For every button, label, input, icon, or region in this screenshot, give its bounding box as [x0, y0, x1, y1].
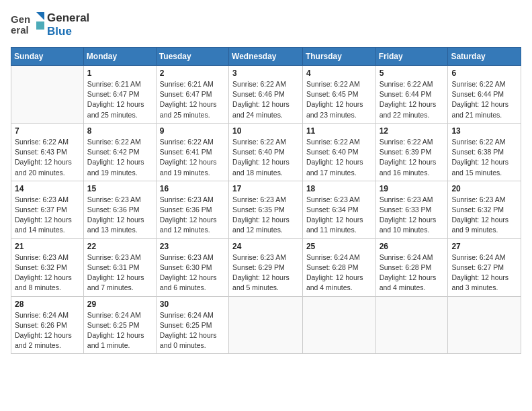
calendar-cell: 17Sunrise: 6:23 AM Sunset: 6:35 PM Dayli…	[229, 181, 303, 238]
day-number: 2	[160, 68, 225, 78]
day-info: Sunrise: 6:23 AM Sunset: 6:29 PM Dayligh…	[232, 253, 299, 293]
day-number: 9	[160, 126, 225, 136]
day-info: Sunrise: 6:24 AM Sunset: 6:25 PM Dayligh…	[160, 310, 225, 351]
calendar-cell: 6Sunrise: 6:22 AM Sunset: 6:44 PM Daylig…	[448, 66, 521, 124]
weekday-header-sunday: Sunday	[11, 48, 84, 66]
calendar-week-row: 28Sunrise: 6:24 AM Sunset: 6:26 PM Dayli…	[11, 296, 521, 354]
day-info: Sunrise: 6:23 AM Sunset: 6:30 PM Dayligh…	[160, 253, 225, 293]
day-info: Sunrise: 6:21 AM Sunset: 6:47 PM Dayligh…	[160, 79, 225, 120]
day-info: Sunrise: 6:23 AM Sunset: 6:32 PM Dayligh…	[451, 195, 517, 236]
calendar-cell: 29Sunrise: 6:24 AM Sunset: 6:25 PM Dayli…	[83, 296, 156, 354]
calendar-cell: 28Sunrise: 6:24 AM Sunset: 6:26 PM Dayli…	[11, 296, 84, 354]
calendar-table: SundayMondayTuesdayWednesdayThursdayFrid…	[11, 47, 521, 354]
svg-text:Gen: Gen	[11, 13, 30, 25]
day-info: Sunrise: 6:23 AM Sunset: 6:33 PM Dayligh…	[380, 195, 445, 236]
day-number: 10	[232, 126, 299, 136]
calendar-cell: 14Sunrise: 6:23 AM Sunset: 6:37 PM Dayli…	[11, 181, 84, 238]
calendar-cell: 12Sunrise: 6:22 AM Sunset: 6:39 PM Dayli…	[375, 123, 448, 181]
day-info: Sunrise: 6:24 AM Sunset: 6:28 PM Dayligh…	[380, 253, 445, 293]
day-number: 15	[87, 184, 152, 193]
day-number: 13	[451, 126, 517, 136]
day-info: Sunrise: 6:23 AM Sunset: 6:32 PM Dayligh…	[15, 253, 80, 293]
day-number: 29	[87, 300, 152, 309]
day-number: 11	[306, 126, 372, 136]
calendar-cell	[448, 296, 521, 354]
day-number: 24	[232, 242, 299, 251]
weekday-header-tuesday: Tuesday	[156, 48, 228, 66]
calendar-cell: 19Sunrise: 6:23 AM Sunset: 6:33 PM Dayli…	[375, 181, 448, 238]
calendar-week-row: 1Sunrise: 6:21 AM Sunset: 6:47 PM Daylig…	[11, 66, 521, 124]
weekday-header-monday: Monday	[83, 48, 156, 66]
day-number: 12	[380, 126, 445, 136]
calendar-cell: 15Sunrise: 6:23 AM Sunset: 6:36 PM Dayli…	[83, 181, 156, 238]
day-info: Sunrise: 6:22 AM Sunset: 6:46 PM Dayligh…	[232, 79, 299, 120]
day-number: 18	[306, 184, 372, 193]
calendar-cell: 1Sunrise: 6:21 AM Sunset: 6:47 PM Daylig…	[83, 66, 156, 124]
day-info: Sunrise: 6:23 AM Sunset: 6:35 PM Dayligh…	[232, 195, 299, 236]
calendar-cell: 2Sunrise: 6:21 AM Sunset: 6:47 PM Daylig…	[156, 66, 228, 124]
day-info: Sunrise: 6:24 AM Sunset: 6:27 PM Dayligh…	[451, 253, 517, 293]
day-number: 26	[380, 242, 445, 251]
day-number: 28	[15, 300, 80, 309]
day-info: Sunrise: 6:23 AM Sunset: 6:31 PM Dayligh…	[87, 253, 152, 293]
day-number: 17	[232, 184, 299, 193]
day-number: 6	[451, 68, 517, 78]
calendar-week-row: 14Sunrise: 6:23 AM Sunset: 6:37 PM Dayli…	[11, 181, 521, 238]
day-info: Sunrise: 6:22 AM Sunset: 6:40 PM Dayligh…	[232, 137, 299, 178]
day-number: 7	[15, 126, 80, 136]
weekday-header-friday: Friday	[375, 48, 448, 66]
calendar-cell: 26Sunrise: 6:24 AM Sunset: 6:28 PM Dayli…	[375, 238, 448, 296]
day-number: 19	[380, 184, 445, 193]
day-info: Sunrise: 6:22 AM Sunset: 6:44 PM Dayligh…	[451, 79, 517, 120]
logo: Gen eral General Blue	[11, 11, 89, 39]
calendar-cell	[11, 66, 84, 124]
day-number: 8	[87, 126, 152, 136]
calendar-cell: 27Sunrise: 6:24 AM Sunset: 6:27 PM Dayli…	[448, 238, 521, 296]
calendar-cell: 7Sunrise: 6:22 AM Sunset: 6:43 PM Daylig…	[11, 123, 84, 181]
calendar-cell: 30Sunrise: 6:24 AM Sunset: 6:25 PM Dayli…	[156, 296, 228, 354]
svg-marker-2	[36, 12, 44, 20]
calendar-cell: 8Sunrise: 6:22 AM Sunset: 6:42 PM Daylig…	[83, 123, 156, 181]
day-info: Sunrise: 6:23 AM Sunset: 6:36 PM Dayligh…	[87, 195, 152, 236]
calendar-cell: 24Sunrise: 6:23 AM Sunset: 6:29 PM Dayli…	[229, 238, 303, 296]
calendar-cell: 9Sunrise: 6:22 AM Sunset: 6:41 PM Daylig…	[156, 123, 228, 181]
page-header: Gen eral General Blue	[11, 11, 521, 39]
calendar-cell: 21Sunrise: 6:23 AM Sunset: 6:32 PM Dayli…	[11, 238, 84, 296]
calendar-header-row: SundayMondayTuesdayWednesdayThursdayFrid…	[11, 48, 521, 66]
calendar-cell: 11Sunrise: 6:22 AM Sunset: 6:40 PM Dayli…	[302, 123, 375, 181]
day-number: 20	[451, 184, 517, 193]
day-info: Sunrise: 6:22 AM Sunset: 6:43 PM Dayligh…	[15, 137, 80, 178]
day-info: Sunrise: 6:21 AM Sunset: 6:47 PM Dayligh…	[87, 79, 152, 120]
day-info: Sunrise: 6:22 AM Sunset: 6:44 PM Dayligh…	[380, 79, 445, 120]
day-number: 30	[160, 300, 225, 309]
day-info: Sunrise: 6:23 AM Sunset: 6:34 PM Dayligh…	[306, 195, 372, 236]
calendar-week-row: 21Sunrise: 6:23 AM Sunset: 6:32 PM Dayli…	[11, 238, 521, 296]
weekday-header-wednesday: Wednesday	[229, 48, 303, 66]
day-number: 3	[232, 68, 299, 78]
logo-svg: Gen eral	[11, 11, 46, 39]
day-number: 25	[306, 242, 372, 251]
calendar-cell: 22Sunrise: 6:23 AM Sunset: 6:31 PM Dayli…	[83, 238, 156, 296]
day-info: Sunrise: 6:22 AM Sunset: 6:40 PM Dayligh…	[306, 137, 372, 178]
day-number: 21	[15, 242, 80, 251]
day-number: 22	[87, 242, 152, 251]
calendar-cell	[229, 296, 303, 354]
day-number: 5	[380, 68, 445, 78]
day-number: 23	[160, 242, 225, 251]
calendar-cell: 18Sunrise: 6:23 AM Sunset: 6:34 PM Dayli…	[302, 181, 375, 238]
day-info: Sunrise: 6:24 AM Sunset: 6:26 PM Dayligh…	[15, 310, 80, 351]
calendar-cell: 16Sunrise: 6:23 AM Sunset: 6:36 PM Dayli…	[156, 181, 228, 238]
calendar-cell: 13Sunrise: 6:22 AM Sunset: 6:38 PM Dayli…	[448, 123, 521, 181]
svg-text:eral: eral	[11, 24, 29, 36]
day-number: 16	[160, 184, 225, 193]
calendar-cell: 25Sunrise: 6:24 AM Sunset: 6:28 PM Dayli…	[302, 238, 375, 296]
svg-marker-3	[36, 21, 44, 30]
calendar-cell: 4Sunrise: 6:22 AM Sunset: 6:45 PM Daylig…	[302, 66, 375, 124]
day-info: Sunrise: 6:23 AM Sunset: 6:37 PM Dayligh…	[15, 195, 80, 236]
day-info: Sunrise: 6:24 AM Sunset: 6:25 PM Dayligh…	[87, 310, 152, 351]
calendar-cell: 5Sunrise: 6:22 AM Sunset: 6:44 PM Daylig…	[375, 66, 448, 124]
weekday-header-thursday: Thursday	[302, 48, 375, 66]
day-info: Sunrise: 6:22 AM Sunset: 6:39 PM Dayligh…	[380, 137, 445, 178]
day-info: Sunrise: 6:22 AM Sunset: 6:41 PM Dayligh…	[160, 137, 225, 178]
logo-general-text: General	[47, 11, 89, 24]
